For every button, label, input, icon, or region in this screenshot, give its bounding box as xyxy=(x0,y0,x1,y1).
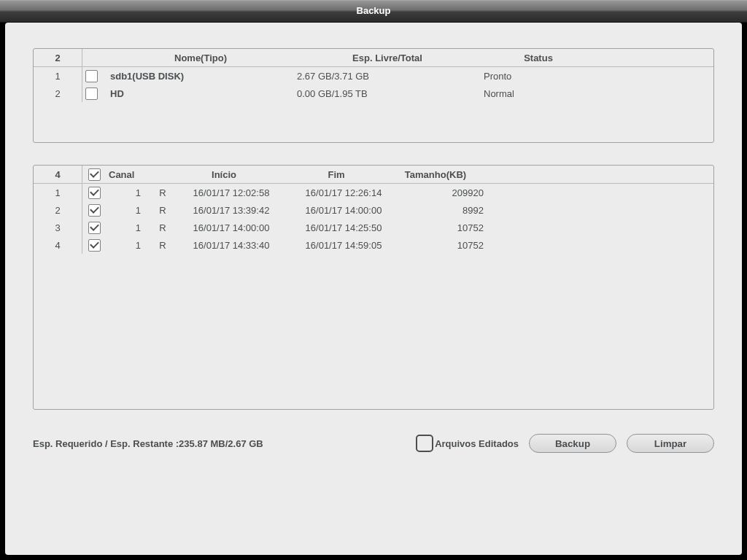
footer-bar: Esp. Requerido / Esp. Restante :235.87 M… xyxy=(33,431,714,456)
device-row-checkbox-cell xyxy=(82,70,107,82)
file-row[interactable]: 41R16/01/17 14:33:4016/01/17 14:59:05107… xyxy=(34,236,713,254)
devices-header-space: Esp. Livre/Total xyxy=(294,52,481,63)
file-tamanho: 209920 xyxy=(399,187,500,198)
devices-header-row: 2 Nome(Tipo) Esp. Livre/Total Status xyxy=(34,49,713,67)
file-fim: 16/01/17 14:25:50 xyxy=(288,222,399,233)
devices-header-name: Nome(Tipo) xyxy=(107,52,294,63)
file-checkbox[interactable] xyxy=(88,187,101,199)
file-type: R xyxy=(151,222,174,233)
file-inicio: 16/01/17 14:00:00 xyxy=(174,222,288,233)
file-row-index: 3 xyxy=(34,219,82,236)
file-row-checkbox-cell xyxy=(82,204,106,217)
devices-panel: 2 Nome(Tipo) Esp. Livre/Total Status 1sd… xyxy=(33,48,714,143)
file-row-index: 2 xyxy=(34,201,82,219)
file-row-checkbox-cell xyxy=(82,222,106,234)
file-row-index: 1 xyxy=(34,184,82,201)
file-tamanho: 10752 xyxy=(399,222,500,233)
device-row-index: 2 xyxy=(34,85,82,102)
file-row-checkbox-cell xyxy=(82,239,106,252)
clear-button[interactable]: Limpar xyxy=(627,434,714,453)
file-type: R xyxy=(151,187,174,198)
files-header-canal: Canal xyxy=(106,169,144,180)
edited-files-label: Arquivos Editados xyxy=(435,438,519,449)
file-canal: 1 xyxy=(106,240,151,251)
device-status: Pronto xyxy=(481,71,596,82)
files-panel: 4 Canal Início Fim Tamanho(KB) 11R16/01/… xyxy=(33,165,714,410)
file-fim: 16/01/17 14:00:00 xyxy=(288,205,399,216)
device-row[interactable]: 2HD0.00 GB/1.95 TBNormal xyxy=(34,85,713,102)
file-canal: 1 xyxy=(106,187,151,198)
device-row[interactable]: 1sdb1(USB DISK)2.67 GB/3.71 GBPronto xyxy=(34,67,713,85)
footer-right-controls: Arquivos Editados Backup Limpar xyxy=(416,434,714,453)
file-canal: 1 xyxy=(106,205,151,216)
device-checkbox[interactable] xyxy=(85,88,98,100)
file-row[interactable]: 21R16/01/17 13:39:4216/01/17 14:00:00899… xyxy=(34,201,713,219)
files-header-inicio: Início xyxy=(167,169,281,180)
file-inicio: 16/01/17 12:02:58 xyxy=(174,187,288,198)
file-row-index: 4 xyxy=(34,236,82,254)
file-row-checkbox-cell xyxy=(82,187,106,199)
files-select-all-cell xyxy=(82,168,106,181)
file-inicio: 16/01/17 14:33:40 xyxy=(174,240,288,251)
file-fim: 16/01/17 12:26:14 xyxy=(288,187,399,198)
file-tamanho: 10752 xyxy=(399,240,500,251)
device-row-index: 1 xyxy=(34,67,82,85)
file-inicio: 16/01/17 13:39:42 xyxy=(174,205,288,216)
files-header-row: 4 Canal Início Fim Tamanho(KB) xyxy=(34,166,713,184)
file-tamanho: 8992 xyxy=(399,205,500,216)
edited-files-wrap: Arquivos Editados xyxy=(416,435,519,452)
file-fim: 16/01/17 14:59:05 xyxy=(288,240,399,251)
space-info-value: 235.87 MB/2.67 GB xyxy=(179,438,263,449)
device-space: 2.67 GB/3.71 GB xyxy=(294,71,481,82)
file-checkbox[interactable] xyxy=(88,204,101,217)
space-info-label: Esp. Requerido / Esp. Restante : xyxy=(33,438,179,449)
files-header-tamanho: Tamanho(KB) xyxy=(392,169,479,180)
client-area: 2 Nome(Tipo) Esp. Livre/Total Status 1sd… xyxy=(5,23,742,555)
backup-button[interactable]: Backup xyxy=(529,434,616,453)
window-title: Backup xyxy=(0,0,747,23)
edited-files-checkbox[interactable] xyxy=(416,435,433,452)
file-checkbox[interactable] xyxy=(88,239,101,252)
select-all-checkbox[interactable] xyxy=(88,168,101,181)
file-checkbox[interactable] xyxy=(88,222,101,234)
files-header-fim: Fim xyxy=(281,169,392,180)
device-checkbox[interactable] xyxy=(85,70,98,82)
file-row[interactable]: 11R16/01/17 12:02:5816/01/17 12:26:14209… xyxy=(34,184,713,201)
space-info: Esp. Requerido / Esp. Restante :235.87 M… xyxy=(33,438,263,449)
file-row[interactable]: 31R16/01/17 14:00:0016/01/17 14:25:50107… xyxy=(34,219,713,236)
device-space: 0.00 GB/1.95 TB xyxy=(294,88,481,99)
device-status: Normal xyxy=(481,88,596,99)
device-row-checkbox-cell xyxy=(82,88,107,100)
device-name: sdb1(USB DISK) xyxy=(107,71,294,82)
devices-count: 2 xyxy=(34,49,82,66)
files-count: 4 xyxy=(34,166,82,183)
file-type: R xyxy=(151,205,174,216)
devices-header-status: Status xyxy=(481,52,596,63)
file-canal: 1 xyxy=(106,222,151,233)
file-type: R xyxy=(151,240,174,251)
device-name: HD xyxy=(107,88,294,99)
